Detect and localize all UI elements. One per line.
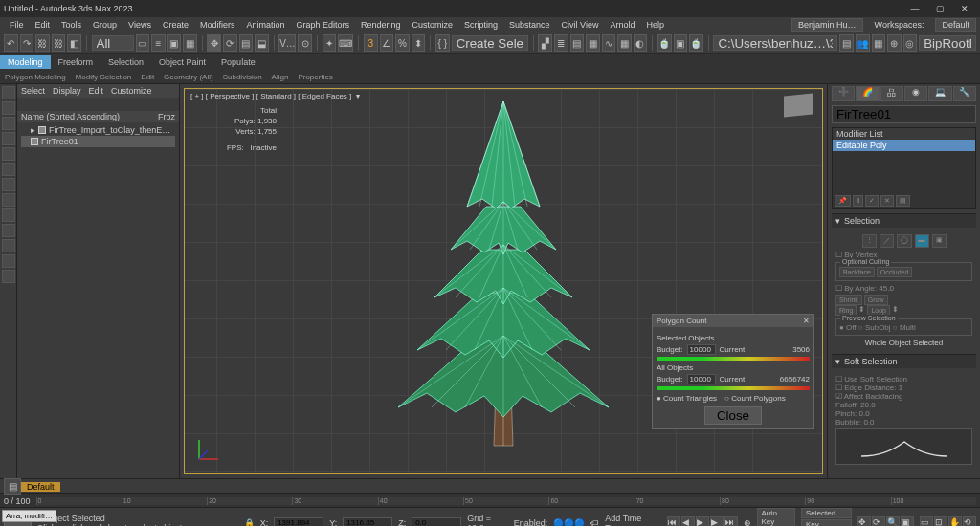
percent-snap-icon[interactable]: % xyxy=(395,34,410,52)
pivot-icon[interactable]: ⊙ xyxy=(298,34,312,52)
edge-icon[interactable]: ／ xyxy=(880,234,894,248)
by-angle-value[interactable]: 45.0 xyxy=(879,284,894,293)
lt-icon[interactable] xyxy=(2,163,15,176)
close-icon[interactable]: ✕ xyxy=(953,4,976,13)
viewcube[interactable] xyxy=(784,93,813,117)
dialog-close-icon[interactable]: ✕ xyxy=(803,317,810,325)
se-select[interactable]: Select xyxy=(21,86,45,96)
lt-icon[interactable] xyxy=(2,239,15,252)
bubble-value[interactable]: 0.0 xyxy=(863,418,874,427)
tree-item[interactable]: FirTree01 xyxy=(21,136,175,147)
render-setup-icon[interactable]: 🍵 xyxy=(657,34,672,52)
by-angle[interactable]: By Angle: xyxy=(844,284,877,293)
autokey-button[interactable]: Auto Key xyxy=(757,508,795,527)
pc-sel-budget[interactable]: 10000 xyxy=(687,344,716,355)
lt-icon[interactable] xyxy=(2,132,15,145)
coord-x[interactable] xyxy=(274,517,323,526)
menu-modifiers[interactable]: Modifiers xyxy=(194,20,241,30)
coord-z[interactable] xyxy=(412,517,461,526)
expand-icon[interactable]: ▾ xyxy=(835,216,840,226)
preview-off[interactable]: ● Off xyxy=(839,323,857,332)
lt-icon[interactable] xyxy=(2,208,15,222)
sub-edit[interactable]: Edit xyxy=(136,73,159,81)
grow-button[interactable]: Grow xyxy=(864,295,888,305)
link-icon[interactable]: ⛓ xyxy=(35,34,50,52)
expand-icon[interactable]: ▸ xyxy=(31,125,35,135)
tree-item[interactable]: ▸ FirTree_Import_toClay_thenExport_Test xyxy=(21,124,175,136)
nav-icon[interactable]: ▣ xyxy=(901,516,914,527)
refcoord-icon[interactable]: V… xyxy=(278,34,296,52)
menu-file[interactable]: File xyxy=(4,20,30,30)
key-mode-icon[interactable]: ⊕ xyxy=(744,518,751,527)
nav-icon[interactable]: ▭ xyxy=(920,516,933,527)
redo-icon[interactable]: ↷ xyxy=(20,34,34,52)
falloff-value[interactable]: 20.0 xyxy=(860,401,876,409)
helper-icon[interactable]: ◎ xyxy=(903,34,918,52)
pin-icon[interactable]: 📌 xyxy=(835,195,851,207)
window-crossing-icon[interactable]: ▦ xyxy=(183,34,197,52)
polygon-icon[interactable]: ▬ xyxy=(915,234,929,248)
tab-freeform[interactable]: Freeform xyxy=(51,55,101,69)
object-name-field[interactable] xyxy=(832,105,976,123)
render-frame-icon[interactable]: ▣ xyxy=(674,34,688,52)
workspace-dropdown[interactable]: Default xyxy=(935,18,976,32)
menu-scripting[interactable]: Scripting xyxy=(458,20,503,30)
hierarchy-tab-icon[interactable]: 品 xyxy=(880,86,903,101)
viewport[interactable]: [ + ] [ Perspective ] [ Standard ] [ Edg… xyxy=(180,84,827,478)
viewport-label[interactable]: [ + ] [ Perspective ] [ Standard ] [ Edg… xyxy=(190,92,351,100)
populate-icon[interactable]: ▦ xyxy=(872,34,886,52)
remove-icon[interactable]: ✕ xyxy=(880,195,894,207)
se-customize[interactable]: Customize xyxy=(111,86,152,96)
select-region-icon[interactable]: ▣ xyxy=(167,34,182,52)
lt-icon[interactable] xyxy=(2,101,15,115)
spinner-snap-icon[interactable]: ⬍ xyxy=(412,34,426,52)
root-bone-field[interactable] xyxy=(919,35,976,51)
motion-tab-icon[interactable]: ◉ xyxy=(904,86,927,101)
align-icon[interactable]: ≣ xyxy=(554,34,568,52)
sub-polymodeling[interactable]: Polygon Modeling xyxy=(0,73,71,81)
softsel-rollout[interactable]: Soft Selection xyxy=(844,357,898,366)
selection-set-field[interactable] xyxy=(452,35,528,51)
schematic-icon[interactable]: ▦ xyxy=(617,34,632,52)
snap-icon[interactable]: 3 xyxy=(364,34,378,52)
frozen-column[interactable]: Froz xyxy=(158,112,175,121)
modifier-item[interactable]: Editable Poly xyxy=(833,140,975,151)
utilities-tab-icon[interactable]: 🔧 xyxy=(953,86,976,101)
pc-count-triangles[interactable]: ● Count Triangles xyxy=(657,394,717,403)
pc-close-button[interactable]: Close xyxy=(704,406,762,425)
se-display[interactable]: Display xyxy=(53,86,81,96)
tab-selection[interactable]: Selection xyxy=(100,55,151,69)
prev-frame-icon[interactable]: ◀ xyxy=(681,516,695,527)
project-path[interactable] xyxy=(713,35,837,51)
maximize-icon[interactable]: ▢ xyxy=(928,4,951,13)
render-icon[interactable]: 🍵 xyxy=(689,34,703,52)
vertex-icon[interactable]: ⋮ xyxy=(862,234,877,248)
user-name[interactable]: Benjamin Hu… xyxy=(791,18,863,32)
edit-selset-icon[interactable]: { } xyxy=(435,34,450,52)
preview-subobj[interactable]: ○ SubObj xyxy=(858,323,891,332)
undo-icon[interactable]: ↶ xyxy=(4,34,18,52)
menu-grapheditors[interactable]: Graph Editors xyxy=(290,20,355,30)
nav-icon[interactable]: ✥ xyxy=(858,516,871,527)
unique-icon[interactable]: ✓ xyxy=(865,195,879,207)
display-tab-icon[interactable]: 💻 xyxy=(928,86,951,101)
maxscript-caption[interactable]: Arra; modifi… xyxy=(2,510,56,522)
lt-icon[interactable] xyxy=(2,86,15,99)
lock-icon[interactable]: 🔒 xyxy=(244,518,255,527)
sub-subdivision[interactable]: Subdivision xyxy=(218,73,267,81)
timeline-track[interactable]: 0102030405060708090100 xyxy=(36,497,976,505)
goto-start-icon[interactable]: ⏮ xyxy=(667,516,680,527)
occluded-button[interactable]: Occluded xyxy=(877,267,913,277)
menu-group[interactable]: Group xyxy=(87,20,122,30)
sub-geometry[interactable]: Geometry (All) xyxy=(159,73,218,81)
rotate-icon[interactable]: ⟳ xyxy=(223,34,237,52)
move-icon[interactable]: ✥ xyxy=(207,34,221,52)
keyfilters-button[interactable]: Key Filters… xyxy=(801,519,852,527)
sub-properties[interactable]: Properties xyxy=(293,73,337,81)
sort-column[interactable]: Name (Sorted Ascending) xyxy=(21,112,120,121)
nav-icon[interactable]: 🔍 xyxy=(886,516,900,527)
configure-icon[interactable]: ▤ xyxy=(896,195,910,207)
menu-arnold[interactable]: Arnold xyxy=(604,20,640,30)
createpanel-icon[interactable]: ⊕ xyxy=(887,34,902,52)
next-frame-icon[interactable]: ▶ xyxy=(710,516,724,527)
